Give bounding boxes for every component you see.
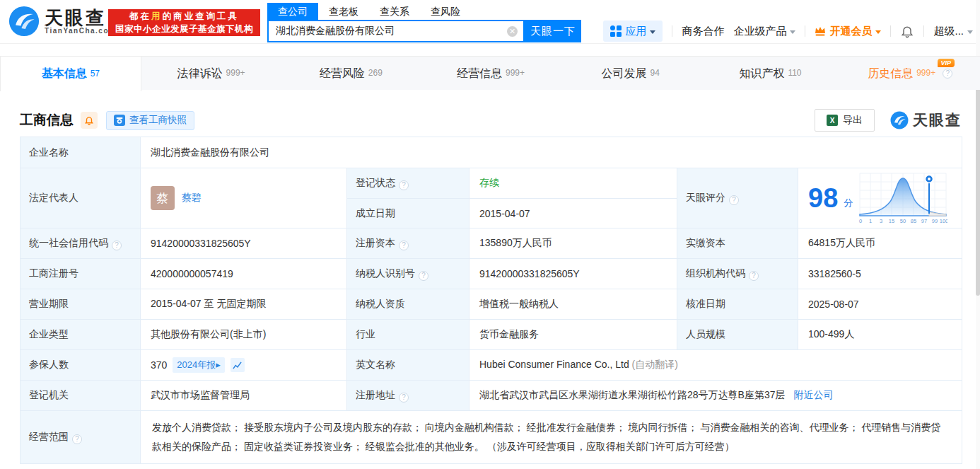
search-input-wrap: ✕: [267, 20, 525, 42]
svg-text:99: 99: [932, 218, 938, 224]
section-title: 工商信息: [20, 111, 74, 129]
field-value-industry: 货币金融服务: [469, 320, 677, 350]
table-row: 企业名称 湖北消费金融股份有限公司: [21, 137, 962, 168]
field-label-company-name: 企业名称: [21, 137, 141, 168]
field-value-business-term: 2015-04-07 至 无固定期限: [141, 289, 347, 320]
field-label-industry: 行业: [347, 320, 469, 350]
score-value: 98: [808, 185, 838, 212]
tab-basic-info[interactable]: 基本信息 57: [0, 57, 141, 91]
tab-history-info[interactable]: VIP 历史信息 999+ ?: [840, 57, 980, 91]
svg-text:1: 1: [869, 218, 872, 224]
clear-search-icon[interactable]: ✕: [507, 26, 518, 37]
help-icon[interactable]: ?: [399, 180, 409, 190]
search-tab-boss[interactable]: 查老板: [318, 3, 369, 20]
help-icon[interactable]: ?: [399, 393, 409, 403]
annual-report-badge[interactable]: 2024年报▸: [173, 357, 224, 373]
nav-super-vip[interactable]: 超级...: [933, 25, 973, 38]
export-button[interactable]: X 导出: [815, 109, 875, 132]
field-label-credit-code: 统一社会信用代码?: [21, 228, 141, 259]
tab-intellectual-property[interactable]: 知识产权 110: [701, 57, 841, 91]
field-value-staff-size: 100-499人: [798, 320, 962, 350]
chevron-down-icon: [967, 30, 973, 34]
help-icon[interactable]: ?: [729, 195, 739, 205]
field-value-english-name: Hubei Consumer Finance Co., Ltd (自动翻译): [469, 350, 962, 381]
auto-translate-note: (自动翻译): [632, 359, 678, 370]
site-logo[interactable]: 天眼查 TianYanCha.com: [8, 6, 116, 37]
field-value-approval-date: 2025-08-07: [798, 289, 962, 320]
field-label-staff-size: 人员规模: [677, 320, 798, 350]
nav-business-cooperation[interactable]: 商务合作: [682, 25, 724, 38]
tab-business-risk[interactable]: 经营风险 269: [281, 57, 421, 91]
table-row: 企业类型 其他股份有限公司(非上市) 行业 货币金融服务 人员规模 100-49…: [21, 320, 962, 350]
tianyancha-logo-icon: [8, 6, 40, 37]
nav-divider: [805, 25, 805, 37]
search-tab-company[interactable]: 查公司: [267, 3, 318, 20]
search-type-tabs: 查公司 查老板 查关系 查风险: [267, 3, 581, 20]
field-value-insured-count: 370 2024年报▸: [141, 350, 347, 381]
svg-text:X: X: [830, 117, 835, 125]
help-icon[interactable]: ?: [72, 434, 82, 444]
field-value-company-type: 其他股份有限公司(非上市): [141, 320, 347, 350]
slogan-badge: 都在用的商业查询工具 国家中小企业发展子基金旗下机构: [108, 9, 260, 36]
search-input[interactable]: [269, 21, 523, 41]
slogan-line2: 国家中小企业发展子基金旗下机构: [108, 23, 260, 35]
scrollbar-thumb[interactable]: [976, 62, 980, 296]
table-row: 统一社会信用代码? 91420000331825605Y 注册资本? 13589…: [21, 228, 962, 259]
chevron-down-icon: [875, 30, 881, 34]
status-badge: 存续: [479, 177, 499, 188]
bell-icon: [900, 24, 914, 38]
help-icon[interactable]: ?: [749, 271, 759, 281]
search-tab-relation[interactable]: 查关系: [369, 3, 420, 20]
trend-chart-button[interactable]: [231, 358, 245, 372]
field-value-credit-code: 91420000331825605Y: [141, 228, 347, 259]
score-distribution-chart[interactable]: 0 1 3 15 50 85 97 99 100: [858, 172, 947, 224]
field-value-reg-address: 湖北省武汉市武昌区水果湖街道水果湖街松竹路28号万达尊B座第37层 附近公司: [469, 381, 962, 411]
help-icon[interactable]: ?: [419, 271, 428, 281]
logo-domain-text: TianYanCha.com: [45, 27, 116, 35]
tab-company-development[interactable]: 公司发展 94: [561, 57, 701, 91]
field-label-business-scope: 经营范围?: [21, 411, 141, 464]
help-icon[interactable]: ?: [399, 241, 409, 250]
nav-open-vip[interactable]: 开通会员: [815, 25, 881, 38]
nav-enterprise-product[interactable]: 企业级产品: [733, 25, 795, 38]
field-label-company-type: 企业类型: [21, 320, 141, 350]
search-tab-risk[interactable]: 查风险: [420, 3, 471, 20]
table-row: 经营范围? 发放个人消费贷款； 接受股东境内子公司及境内股东的存款； 向境内金融…: [21, 411, 962, 464]
business-snapshot-button[interactable]: 查看工商快照: [106, 111, 194, 130]
table-row: 法定代表人 蔡 蔡碧 登记状态? 存续 天眼评分? 98 分: [21, 168, 962, 199]
nav-divider: [672, 25, 672, 37]
help-icon[interactable]: ?: [112, 241, 122, 250]
tab-business-info[interactable]: 经营信息 999+: [421, 57, 561, 91]
search-button[interactable]: 天眼一下: [525, 20, 581, 42]
table-row: 参保人数 370 2024年报▸ 英文名称 Hubei Consumer Fin…: [21, 350, 962, 381]
field-label-approval-date: 核准日期: [677, 289, 798, 320]
field-label-legal-rep: 法定代表人: [21, 168, 141, 228]
apps-grid-icon: [610, 25, 622, 37]
nav-notifications[interactable]: [900, 24, 914, 38]
field-value-score: 98 分: [798, 168, 962, 228]
nav-apps[interactable]: 应用: [603, 21, 663, 42]
field-label-score: 天眼评分?: [677, 168, 798, 228]
monitor-bell-button[interactable]: [81, 112, 98, 129]
nav-divider: [923, 25, 924, 37]
svg-text:15: 15: [889, 218, 894, 224]
crown-icon: [815, 26, 826, 37]
field-value-reg-status: 存续: [469, 168, 677, 199]
legal-rep-avatar[interactable]: 蔡: [151, 186, 175, 210]
field-label-org-code: 组织机构代码?: [677, 259, 798, 289]
field-value-reg-capital: 135890万人民币: [469, 228, 677, 259]
score-unit: 分: [844, 197, 853, 209]
search-block: 查公司 查老板 查关系 查风险 ✕ 天眼一下: [267, 3, 581, 42]
legal-rep-name-link[interactable]: 蔡碧: [182, 192, 202, 204]
field-label-reg-status: 登记状态?: [347, 168, 469, 199]
nearby-companies-link[interactable]: 附近公司: [793, 389, 833, 400]
field-value-reg-number: 420000000057419: [141, 259, 347, 289]
svg-text:85: 85: [911, 218, 916, 224]
field-value-company-name: 湖北消费金融股份有限公司: [141, 137, 962, 168]
field-label-reg-address: 注册地址?: [347, 381, 469, 411]
help-icon[interactable]: ?: [943, 69, 952, 79]
field-value-legal-rep: 蔡 蔡碧: [141, 168, 347, 228]
table-row: 登记机关 武汉市市场监督管理局 注册地址? 湖北省武汉市武昌区水果湖街道水果湖街…: [21, 381, 962, 411]
field-value-business-scope: 发放个人消费贷款； 接受股东境内子公司及境内股东的存款； 向境内金融机构借款； …: [141, 411, 962, 464]
tab-legal-litigation[interactable]: 法律诉讼 999+: [141, 57, 281, 91]
